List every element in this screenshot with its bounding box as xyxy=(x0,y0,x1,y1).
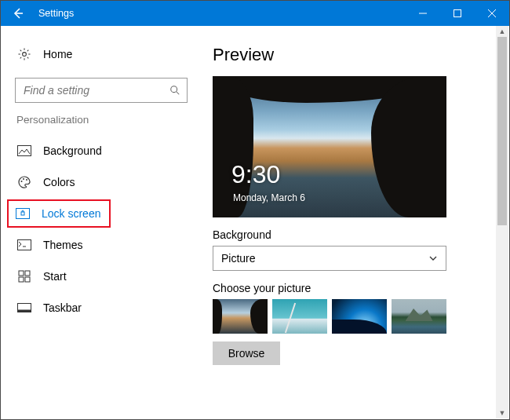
main-panel: Preview 9:30 Monday, March 6 Background … xyxy=(213,26,509,419)
chevron-down-icon xyxy=(428,254,438,263)
picture-thumbnail-3[interactable] xyxy=(332,299,387,334)
scrollbar-thumb[interactable] xyxy=(497,37,507,225)
home-label: Home xyxy=(43,48,72,60)
close-icon xyxy=(488,9,496,17)
dropdown-value: Picture xyxy=(221,252,256,265)
svg-rect-13 xyxy=(25,277,30,282)
picture-thumbnail-2[interactable] xyxy=(272,299,327,334)
preview-date: Monday, March 6 xyxy=(233,192,305,203)
sidebar-item-lock-screen[interactable]: Lock screen xyxy=(7,199,111,228)
minimize-icon xyxy=(419,9,427,17)
lock-screen-icon xyxy=(15,206,31,221)
preview-time: 9:30 xyxy=(231,160,280,189)
svg-rect-3 xyxy=(18,146,31,156)
settings-window: Settings Home xyxy=(0,0,510,420)
svg-point-4 xyxy=(21,181,23,182)
picture-thumbnails xyxy=(213,299,490,334)
minimize-button[interactable] xyxy=(406,1,440,26)
scroll-up-arrow-icon[interactable]: ▲ xyxy=(496,26,508,37)
picture-icon xyxy=(16,143,32,159)
search-box[interactable] xyxy=(15,78,188,103)
sidebar-item-themes[interactable]: Themes xyxy=(15,231,199,259)
maximize-button[interactable] xyxy=(440,1,475,26)
lock-screen-preview: 9:30 Monday, March 6 xyxy=(213,76,446,217)
svg-point-2 xyxy=(171,86,177,93)
home-nav[interactable]: Home xyxy=(16,45,199,64)
choose-picture-label: Choose your picture xyxy=(213,282,490,294)
search-input[interactable] xyxy=(22,83,169,97)
window-title: Settings xyxy=(38,8,74,19)
category-label: Personalization xyxy=(16,114,199,126)
svg-point-6 xyxy=(26,179,27,181)
gear-icon xyxy=(16,46,32,62)
sidebar-item-label: Lock screen xyxy=(42,207,100,220)
svg-rect-12 xyxy=(19,277,24,282)
svg-rect-7 xyxy=(16,209,30,219)
sidebar-item-label: Start xyxy=(43,270,67,283)
maximize-icon xyxy=(454,9,461,17)
scroll-down-arrow-icon[interactable]: ▼ xyxy=(496,407,508,418)
svg-point-5 xyxy=(23,178,24,180)
background-label: Background xyxy=(213,228,490,241)
sidebar: Home Personalization Background Colo xyxy=(1,26,213,419)
back-button[interactable] xyxy=(1,1,35,26)
svg-rect-10 xyxy=(19,271,24,276)
svg-rect-8 xyxy=(21,212,24,215)
search-icon xyxy=(169,85,180,96)
sidebar-item-colors[interactable]: Colors xyxy=(15,168,199,196)
themes-icon xyxy=(16,237,32,253)
sidebar-item-label: Colors xyxy=(43,176,75,188)
svg-rect-15 xyxy=(18,310,31,312)
svg-rect-9 xyxy=(18,240,31,250)
sidebar-item-background[interactable]: Background xyxy=(15,137,199,165)
svg-point-1 xyxy=(23,53,27,57)
palette-icon xyxy=(16,174,32,190)
background-dropdown[interactable]: Picture xyxy=(213,246,446,271)
start-icon xyxy=(16,268,32,284)
picture-thumbnail-1[interactable] xyxy=(213,299,268,334)
picture-thumbnail-4[interactable] xyxy=(392,299,446,334)
svg-rect-0 xyxy=(454,10,461,17)
svg-rect-11 xyxy=(25,271,30,276)
window-controls xyxy=(406,1,509,26)
taskbar-icon xyxy=(16,300,32,316)
content-area: Home Personalization Background Colo xyxy=(1,26,509,419)
close-button[interactable] xyxy=(475,1,509,26)
browse-button[interactable]: Browse xyxy=(213,341,280,365)
titlebar: Settings xyxy=(1,1,509,26)
sidebar-item-start[interactable]: Start xyxy=(15,262,199,290)
sidebar-item-taskbar[interactable]: Taskbar xyxy=(15,294,199,322)
sidebar-item-label: Taskbar xyxy=(43,301,82,314)
sidebar-item-label: Themes xyxy=(43,239,83,251)
sidebar-item-label: Background xyxy=(43,144,102,157)
arrow-left-icon xyxy=(12,7,24,20)
preview-heading: Preview xyxy=(213,45,490,65)
vertical-scrollbar[interactable]: ▲ ▼ xyxy=(496,26,508,418)
